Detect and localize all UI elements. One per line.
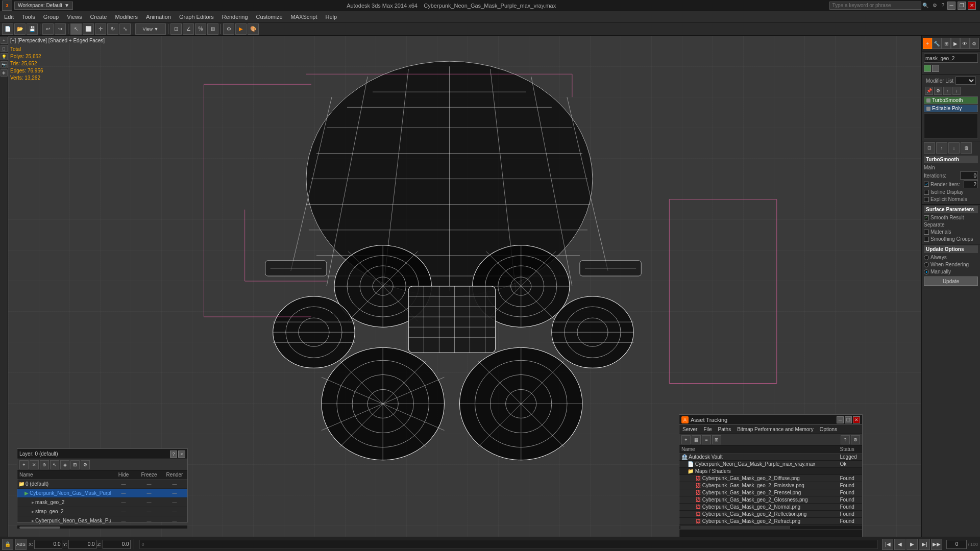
menu-create[interactable]: Create [86, 11, 111, 22]
modifier-editable-poly-enable[interactable] [926, 107, 930, 111]
smoothing-groups-checkbox[interactable] [924, 237, 929, 242]
asset-menu-file[interactable]: File [700, 425, 715, 434]
surface-params-header[interactable]: Surface Parameters [924, 206, 978, 213]
turbosmooth-header[interactable]: TurboSmooth [924, 156, 978, 163]
asset-btn-settings[interactable]: ⚙ [851, 435, 860, 444]
mod-config-button[interactable]: ⚙ [934, 87, 942, 95]
pb-play[interactable]: ▶ [906, 539, 918, 550]
asset-row-glossness[interactable]: 🖼 Cyberpunk_Gas_Mask_geo_2_Glossness.png… [679, 496, 862, 504]
tb-undo[interactable]: ↩ [42, 23, 54, 35]
modifier-editable-poly[interactable]: Editable Poly [924, 105, 978, 112]
tb-save[interactable]: 💾 [27, 23, 38, 35]
pb-prev-frame[interactable]: |◀ [882, 539, 893, 550]
menu-animation[interactable]: Animation [142, 11, 175, 22]
asset-restore-button[interactable]: ❐ [845, 416, 852, 423]
layer-scroll-thumb[interactable] [19, 527, 60, 529]
tb-open[interactable]: 📂 [14, 23, 26, 35]
menu-group[interactable]: Group [39, 11, 63, 22]
close-button[interactable]: ✕ [968, 2, 976, 10]
update-button[interactable]: Update [924, 277, 978, 286]
lt-create[interactable]: + [1, 37, 8, 44]
mod-nav-3[interactable]: ↓ [948, 142, 960, 154]
tb-move[interactable]: ✛ [95, 23, 106, 35]
menu-help[interactable]: Help [322, 11, 341, 22]
asset-row-fresnel[interactable]: 🖼 Cyberpunk_Gas_Mask_geo_2_Frensel.png F… [679, 489, 862, 496]
iterations-input[interactable] [960, 171, 978, 180]
tb-select[interactable]: ↖ [70, 23, 82, 35]
tb-redo[interactable]: ↪ [55, 23, 66, 35]
pb-prev[interactable]: ◀ [894, 539, 905, 550]
tb-new[interactable]: 📄 [2, 23, 13, 35]
manually-radio[interactable] [924, 269, 929, 274]
search-input[interactable] [829, 2, 921, 10]
menu-customize[interactable]: Customize [252, 11, 287, 22]
search-options-icon[interactable]: ⚙ [932, 3, 938, 8]
viewport[interactable]: [+] [Perspective] [Shaded + Edged Faces]… [8, 36, 921, 537]
cmd-tab-utilities[interactable]: ⚙ [970, 38, 979, 49]
asset-btn-list[interactable]: ≡ [702, 435, 711, 444]
minimize-button[interactable]: ─ [947, 2, 955, 10]
asset-btn-add[interactable]: + [681, 435, 691, 444]
cmd-tab-create[interactable]: + [923, 38, 932, 49]
tb-angle-snap[interactable]: ∠ [183, 23, 194, 35]
modifier-turbosmooth[interactable]: TurboSmooth [924, 96, 978, 104]
layer-settings-button[interactable]: ⚙ [81, 460, 90, 469]
menu-views[interactable]: Views [63, 11, 86, 22]
cmd-tab-motion[interactable]: ▶ [951, 38, 960, 49]
always-radio[interactable] [924, 255, 929, 260]
layer-add-obj-button[interactable]: ⊕ [40, 460, 49, 469]
explicit-normals-checkbox[interactable] [924, 197, 929, 202]
asset-row-vault[interactable]: 🏦 Autodesk Vault Logged [679, 454, 862, 461]
menu-graph-editors[interactable]: Graph Editors [175, 11, 218, 22]
asset-btn-detail[interactable]: ⊞ [712, 435, 721, 444]
layer-row-mask-geo[interactable]: ▸ mask_geo_2 — — — [17, 498, 187, 507]
layer-delete-button[interactable]: ✕ [30, 460, 39, 469]
layer-help-button[interactable]: ? [170, 450, 177, 458]
tb-rotate[interactable]: ↻ [107, 23, 118, 35]
mod-nav-4[interactable]: 🗑 [961, 142, 972, 154]
color-swatch-1[interactable] [924, 65, 931, 72]
restore-button[interactable]: ❐ [958, 2, 966, 10]
asset-menu-server[interactable]: Server [679, 425, 700, 434]
tb-ref-coord[interactable]: View ▼ [135, 23, 166, 35]
help-icon[interactable]: ? [940, 3, 945, 8]
layer-row-cyberpunk[interactable]: ▶ Cyberpunk_Neon_Gas_Mask_Purple ✓ — — — [17, 489, 187, 498]
isoline-checkbox[interactable] [924, 190, 929, 195]
pb-next-frame[interactable]: ▶▶ [931, 539, 942, 550]
layer-merge-button[interactable]: ⊞ [70, 460, 80, 469]
x-input[interactable] [34, 540, 62, 549]
lt-lights[interactable]: 💡 [1, 53, 8, 60]
tb-snaps[interactable]: ⊡ [170, 23, 182, 35]
asset-minimize-button[interactable]: ─ [837, 416, 844, 423]
layer-close-button[interactable]: × [178, 450, 185, 458]
asset-row-diffuse[interactable]: 🖼 Cyberpunk_Gas_Mask_geo_2_Diffuse.png F… [679, 475, 862, 482]
render-iters-checkbox[interactable] [924, 182, 929, 187]
menu-modifiers[interactable]: Modifiers [111, 11, 142, 22]
tb-select-region[interactable]: ⬜ [83, 23, 94, 35]
cmd-tab-hierarchy[interactable]: ⊞ [942, 38, 951, 49]
asset-row-main-file[interactable]: 📄 Cyberpunk_Neon_Gas_Mask_Purple_max_vra… [679, 461, 862, 468]
cmd-tab-modify[interactable]: 🔧 [932, 38, 941, 49]
lt-cam[interactable]: 📷 [1, 61, 8, 68]
tb-render[interactable]: ▶ [235, 23, 247, 35]
tb-render-setup[interactable]: ⚙ [223, 23, 234, 35]
layer-row-default[interactable]: 📁 0 (default) — — — [17, 480, 187, 489]
layer-row-strap-geo[interactable]: ▸ strap_geo_2 — — — [17, 507, 187, 516]
tb-scale[interactable]: ⤡ [119, 23, 131, 35]
z-input[interactable] [103, 540, 131, 549]
menu-edit[interactable]: Edit [0, 11, 18, 22]
lt-geo[interactable]: ◻ [1, 45, 8, 52]
pb-next[interactable]: ▶| [919, 539, 930, 550]
tb-activeshade[interactable]: 🎨 [248, 23, 259, 35]
asset-row-emissive[interactable]: 🖼 Cyberpunk_Gas_Mask_geo_2_Emissive.png … [679, 482, 862, 489]
asset-btn-grid[interactable]: ▦ [692, 435, 701, 444]
tb-percent-snap[interactable]: % [195, 23, 206, 35]
tb-spinner-snap[interactable]: ⊞ [207, 23, 218, 35]
layer-add-button[interactable]: + [19, 460, 29, 469]
mod-pin-button[interactable]: 📌 [925, 87, 933, 95]
menu-tools[interactable]: Tools [18, 11, 39, 22]
cmd-tab-display[interactable]: 👁 [960, 38, 969, 49]
modifier-list-dropdown[interactable] [955, 77, 976, 85]
mod-move-up-button[interactable]: ↑ [943, 87, 951, 95]
modifier-turbosmooth-enable[interactable] [926, 98, 930, 103]
